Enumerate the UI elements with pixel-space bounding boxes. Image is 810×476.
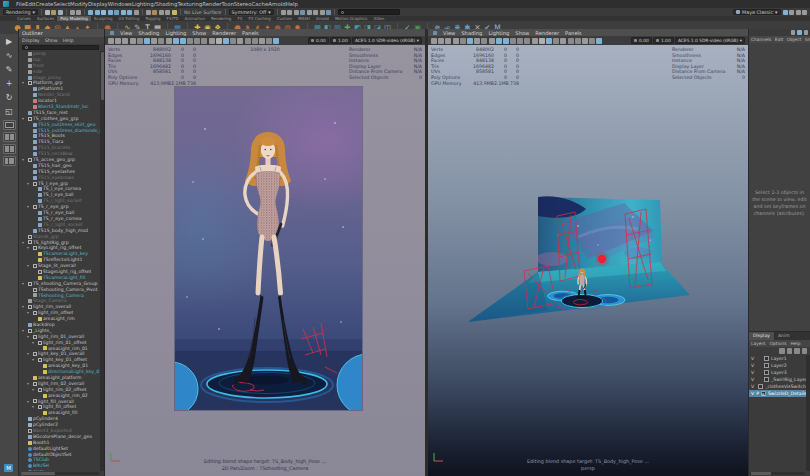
xray-icon[interactable] — [245, 38, 251, 44]
safe-action-icon[interactable] — [194, 38, 200, 44]
panel-menu-item[interactable]: Show — [192, 30, 206, 36]
grid-toggle-icon[interactable] — [481, 38, 487, 44]
panel-menu-item[interactable]: View — [443, 30, 455, 36]
make-live-icon[interactable] — [121, 10, 126, 15]
symmetry-selector[interactable]: Symmetry: Off▾ — [229, 9, 274, 15]
layer-row[interactable]: V _SwirlRig_Layer — [749, 376, 810, 383]
cache[interactable]: Cache — [251, 1, 268, 7]
paint-effects-icon[interactable] — [281, 10, 286, 15]
new-layer-from-selected-icon[interactable] — [802, 348, 808, 354]
viewport-canvas[interactable]: Verts84800200Edges169616000Faces84813800… — [428, 45, 748, 476]
channel-box-menu-item[interactable]: Show — [805, 36, 810, 43]
textured-icon[interactable] — [223, 38, 229, 44]
gate-mask-icon[interactable] — [503, 38, 509, 44]
show-channel-box-icon[interactable] — [802, 10, 807, 15]
field-chart-icon[interactable] — [187, 38, 193, 44]
camera-attributes-icon[interactable] — [122, 38, 128, 44]
layer-type-box[interactable] — [764, 377, 769, 382]
paint-select-tool[interactable]: ✎ — [3, 64, 16, 76]
modify[interactable]: Modify — [70, 1, 88, 7]
channel-box-menu-item[interactable]: Channels — [751, 36, 771, 43]
exposure-field[interactable]: 0.00 — [308, 37, 329, 44]
channel-box-menu-item[interactable]: Object — [787, 36, 801, 43]
snap-projected-center-icon[interactable] — [108, 10, 113, 15]
lock-camera-icon[interactable] — [438, 38, 444, 44]
stereo[interactable]: Stereo — [234, 1, 252, 7]
layer-row[interactable]: V Layer2 — [749, 362, 810, 369]
channel-box-menu-item[interactable]: Edit — [775, 36, 784, 43]
show-attribute-editor-icon[interactable] — [789, 10, 794, 15]
soft-select-icon[interactable] — [134, 10, 139, 15]
ai-denoiser-icon[interactable] — [596, 38, 602, 44]
layer-editor-menu-item[interactable]: Options — [770, 340, 787, 347]
wireframe-on-shaded-icon[interactable] — [560, 38, 566, 44]
snap-curve-icon[interactable] — [95, 10, 100, 15]
undo-icon[interactable] — [70, 10, 75, 15]
safe-title-icon[interactable] — [524, 38, 530, 44]
view-transform-selector[interactable]: ACES 1.0 SDR-video (sRGB)▾ — [675, 37, 745, 44]
wireframe-icon[interactable] — [532, 38, 538, 44]
layer-editor-menu-item[interactable]: Layers — [751, 340, 766, 347]
2d-pan-zoom-icon[interactable] — [467, 38, 473, 44]
gamma-field[interactable]: 1.00 — [330, 37, 351, 44]
camera-attributes-icon[interactable] — [445, 38, 451, 44]
select-tool[interactable]: ▶ — [3, 36, 16, 48]
snap-point-icon[interactable] — [101, 10, 106, 15]
hair-icon[interactable] — [307, 10, 312, 15]
select-camera-icon[interactable] — [431, 38, 437, 44]
gate-mask-icon[interactable] — [180, 38, 186, 44]
show-tool-settings-icon[interactable] — [796, 10, 801, 15]
workspace-selector[interactable]: Maya Classic▾ — [733, 9, 780, 15]
safe-action-icon[interactable] — [517, 38, 523, 44]
select[interactable]: Select — [53, 1, 70, 7]
modeling-toolkit-icon[interactable] — [783, 10, 788, 15]
layer-type-box[interactable] — [764, 356, 769, 361]
layer-row[interactable]: V Layer3 — [749, 369, 810, 376]
new-empty-layer-icon[interactable] — [794, 348, 800, 354]
layer-row[interactable]: V Layer1 — [749, 355, 810, 362]
image-plane-icon[interactable] — [137, 38, 143, 44]
grease-pencil-icon[interactable] — [474, 38, 480, 44]
panel-menu-item[interactable]: Renderer — [212, 30, 236, 36]
file[interactable]: File — [16, 1, 25, 7]
resolution-gate-icon[interactable] — [173, 38, 179, 44]
texturing[interactable]: Texturing — [177, 1, 202, 7]
new-scene-icon[interactable] — [45, 10, 50, 15]
bookmarks-icon[interactable] — [453, 38, 459, 44]
snap-view-plane-icon[interactable] — [114, 10, 119, 15]
lighting-shading[interactable]: Lighting/Shading — [132, 1, 178, 7]
outliner-search-input[interactable] — [22, 45, 99, 50]
layer-editor-tab[interactable]: Anim — [774, 332, 794, 340]
layer-type-box[interactable] — [764, 363, 769, 368]
plugin-shapes-icon[interactable] — [266, 38, 272, 44]
toon[interactable]: Toon — [221, 1, 233, 7]
fluids-icon[interactable] — [300, 10, 305, 15]
shaded-icon[interactable] — [539, 38, 545, 44]
isolate-select-icon[interactable] — [259, 38, 265, 44]
help[interactable]: Help — [286, 1, 298, 7]
layout-outliner-persp-button[interactable] — [3, 156, 16, 166]
show-channel-box-icon[interactable] — [791, 30, 796, 35]
layer-row[interactable]: V P R SwizzleD_Details_Layer — [749, 390, 810, 397]
create[interactable]: Create — [35, 1, 53, 7]
use-default-material-icon[interactable] — [230, 38, 236, 44]
layer-type-box[interactable] — [764, 370, 769, 375]
panel-menu-item[interactable]: Panels — [242, 30, 259, 36]
outliner-horizontal-scrollbar[interactable] — [20, 472, 99, 476]
layer-visibility-toggle[interactable]: V — [751, 356, 756, 361]
grease-pencil-icon[interactable] — [151, 38, 157, 44]
shaded-icon[interactable] — [216, 38, 222, 44]
redo-icon[interactable] — [76, 10, 81, 15]
resolution-gate-icon[interactable] — [496, 38, 502, 44]
layout-single-pane-button[interactable] — [3, 120, 16, 130]
ndynamics-icon[interactable] — [320, 10, 325, 15]
gamma-field[interactable]: 1.00 — [653, 37, 674, 44]
outliner-menu-item[interactable]: Help — [63, 37, 74, 44]
layer-row[interactable]: V _clothesVisSwitch_Layer — [749, 383, 810, 390]
display[interactable]: Display — [88, 1, 108, 7]
plugin-shapes-icon[interactable] — [589, 38, 595, 44]
panel-menu-item[interactable]: Renderer — [535, 30, 559, 36]
field-chart-icon[interactable] — [510, 38, 516, 44]
layer-visibility-toggle[interactable]: V — [751, 391, 754, 396]
open-scene-icon[interactable] — [51, 10, 56, 15]
